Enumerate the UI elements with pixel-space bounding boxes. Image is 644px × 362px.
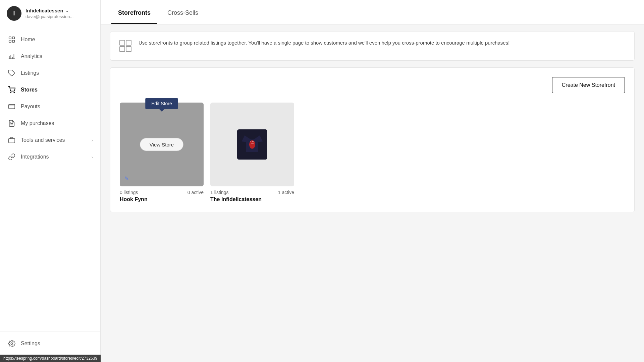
sidebar-footer: Settings	[0, 331, 100, 355]
card-thumbnail-inner: Edit Store View Store ✎	[120, 103, 204, 186]
sidebar-item-listings[interactable]: Listings	[0, 65, 100, 81]
svg-point-16	[11, 343, 13, 345]
card-listings: 0 listings	[120, 190, 138, 195]
card-active: 1 active	[278, 190, 294, 195]
svg-rect-19	[120, 47, 125, 52]
sidebar-item-label: Listings	[21, 70, 93, 76]
card-thumbnail: SOME TEXT	[210, 103, 294, 186]
svg-text:TEXT: TEXT	[251, 143, 254, 144]
tab-storefronts[interactable]: Storefronts	[111, 0, 157, 24]
svg-rect-3	[12, 40, 14, 42]
sidebar-nav: Home Analytics Li	[0, 27, 100, 331]
edit-store-tooltip[interactable]: Edit Store	[145, 98, 178, 109]
tshirt-image: SOME TEXT	[237, 129, 267, 160]
card-name: The Infidelicatessen	[210, 196, 294, 202]
edit-pencil-icon: ✎	[124, 175, 129, 182]
storefront-icon	[118, 39, 132, 53]
sidebar-item-label: My purchases	[21, 120, 93, 126]
sidebar-item-label: Analytics	[21, 53, 93, 59]
create-new-storefront-button[interactable]: Create New Storefront	[552, 77, 625, 93]
sidebar-item-home[interactable]: Home	[0, 31, 100, 48]
view-store-button[interactable]: View Store	[140, 138, 183, 151]
stores-icon	[7, 85, 16, 94]
user-email: dave@quasiprofession...	[25, 14, 94, 19]
svg-point-11	[14, 92, 14, 93]
svg-rect-1	[12, 37, 14, 39]
svg-point-10	[10, 92, 11, 93]
sidebar-item-label: Settings	[21, 341, 93, 347]
chevron-right-icon: ›	[92, 155, 93, 160]
storefront-section: Create New Storefront Edit Store View St…	[110, 67, 635, 212]
sidebar-item-label: Payouts	[21, 104, 93, 110]
svg-text:SOME: SOME	[250, 141, 254, 142]
card-meta: 0 listings 0 active	[120, 190, 204, 195]
tabs-bar: Storefronts Cross-Sells	[101, 0, 644, 24]
card-thumbnail-inner: SOME TEXT	[210, 103, 294, 186]
user-name: Infidelicatessen ⌄	[25, 8, 94, 13]
sidebar-item-tools[interactable]: Tools and services ›	[0, 132, 100, 148]
card-thumbnail: Edit Store View Store ✎	[120, 103, 204, 186]
sidebar-item-label: Integrations	[21, 154, 87, 160]
svg-rect-2	[9, 40, 11, 42]
settings-icon	[7, 339, 16, 348]
integrations-icon	[7, 153, 16, 161]
sidebar-item-label: Tools and services	[21, 137, 87, 143]
sidebar-item-integrations[interactable]: Integrations ›	[0, 148, 100, 165]
sidebar-item-settings[interactable]: Settings	[0, 335, 100, 352]
info-banner: Use storefronts to group related listing…	[110, 31, 635, 61]
sidebar: I Infidelicatessen ⌄ dave@quasiprofessio…	[0, 0, 101, 362]
tools-icon	[7, 136, 16, 144]
tab-cross-sells[interactable]: Cross-Sells	[161, 0, 205, 24]
card-active: 0 active	[187, 190, 204, 195]
card-info: 1 listings 1 active The Infidelicatessen	[210, 190, 294, 202]
svg-rect-12	[9, 105, 15, 109]
home-icon	[7, 35, 16, 44]
card-meta: 1 listings 1 active	[210, 190, 294, 195]
sidebar-item-label: Stores	[21, 87, 93, 93]
svg-rect-18	[126, 40, 131, 45]
card-listings: 1 listings	[210, 190, 228, 195]
analytics-icon	[7, 52, 16, 61]
status-bar: https://teespring.com/dashboard/stores/e…	[0, 355, 101, 362]
main-content: Storefronts Cross-Sells Use storefronts …	[101, 0, 644, 362]
svg-rect-20	[126, 47, 131, 52]
sidebar-item-payouts[interactable]: Payouts	[0, 98, 100, 115]
sidebar-item-stores[interactable]: Stores	[0, 81, 100, 98]
info-banner-text: Use storefronts to group related listing…	[139, 39, 509, 47]
sidebar-item-analytics[interactable]: Analytics	[0, 48, 100, 65]
card-name: Hook Fynn	[120, 196, 204, 202]
storefront-card[interactable]: Edit Store View Store ✎ 0 listings 0 act…	[120, 103, 204, 202]
storefront-top-bar: Create New Storefront	[120, 77, 625, 93]
card-info: 0 listings 0 active Hook Fynn	[120, 190, 204, 202]
avatar: I	[7, 6, 21, 21]
svg-rect-0	[9, 37, 11, 39]
sidebar-item-label: Home	[21, 37, 93, 43]
chevron-down-icon: ⌄	[65, 8, 69, 13]
listings-icon	[7, 69, 16, 77]
chevron-right-icon: ›	[92, 138, 93, 143]
payouts-icon	[7, 102, 16, 111]
user-info: Infidelicatessen ⌄ dave@quasiprofession.…	[25, 8, 94, 19]
purchases-icon	[7, 119, 16, 128]
storefront-cards-container: Edit Store View Store ✎ 0 listings 0 act…	[120, 103, 625, 202]
user-account-header[interactable]: I Infidelicatessen ⌄ dave@quasiprofessio…	[0, 0, 100, 27]
storefront-card[interactable]: SOME TEXT 1 listings 1 active The Infide…	[210, 103, 294, 202]
svg-rect-17	[120, 40, 125, 45]
svg-rect-15	[9, 138, 15, 143]
sidebar-item-my-purchases[interactable]: My purchases	[0, 115, 100, 132]
